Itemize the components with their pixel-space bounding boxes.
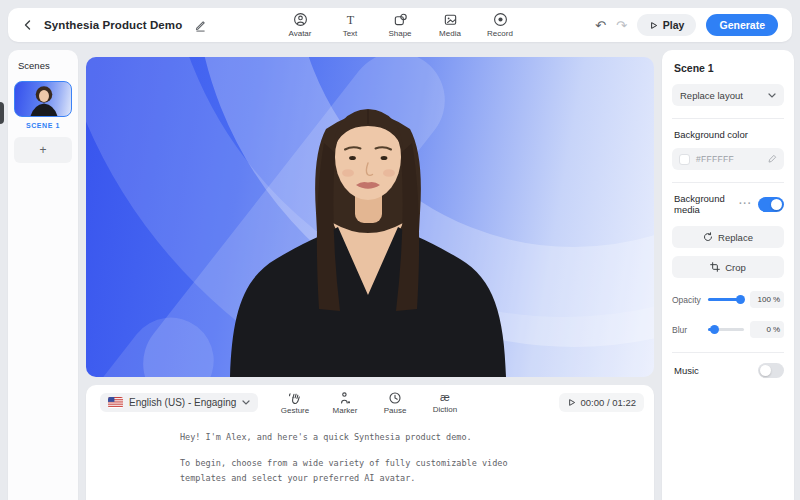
project-title: Synthesia Product Demo xyxy=(44,19,182,31)
video-canvas[interactable] xyxy=(86,57,654,377)
scenes-panel: Scenes SCENE 1 + xyxy=(8,50,78,500)
play-icon xyxy=(649,21,658,30)
play-button-label: Play xyxy=(663,19,685,31)
tool-media[interactable]: Media xyxy=(432,12,468,38)
tool-label: Text xyxy=(343,29,358,38)
add-scene-button[interactable]: + xyxy=(14,137,72,163)
opacity-unit: % xyxy=(773,295,780,304)
opacity-label: Opacity xyxy=(672,295,702,305)
undo-icon[interactable]: ↶ xyxy=(595,19,606,32)
toggle-knob xyxy=(771,199,782,210)
top-bar: Synthesia Product Demo Avatar T Text Sha… xyxy=(8,8,792,42)
svg-text:T: T xyxy=(346,13,354,27)
scenes-panel-title: Scenes xyxy=(18,60,72,71)
color-swatch xyxy=(679,154,690,165)
background-color-label: Background color xyxy=(674,129,784,140)
tool-record[interactable]: Record xyxy=(482,12,518,38)
action-label: Pause xyxy=(384,406,407,415)
marker-person-icon xyxy=(338,391,352,405)
gesture-hand-icon xyxy=(288,391,302,405)
blur-slider[interactable] xyxy=(708,328,744,331)
toggle-knob xyxy=(760,365,771,376)
scene-thumbnail-avatar xyxy=(15,82,72,117)
language-label: English (US) - Engaging xyxy=(129,397,236,408)
script-paragraph: To begin, choose from a wide variety of … xyxy=(180,456,514,486)
insert-toolbar: Avatar T Text Shape Media Record xyxy=(282,8,518,42)
rename-button[interactable] xyxy=(194,19,207,32)
scene-thumbnail-1[interactable] xyxy=(14,81,72,117)
chevron-down-icon xyxy=(768,93,776,98)
opacity-value: 100 xyxy=(758,295,771,304)
pencil-icon xyxy=(194,19,207,32)
script-panel: English (US) - Engaging Gesture Marker P… xyxy=(86,385,654,500)
us-flag-icon xyxy=(108,397,123,408)
tool-label: Record xyxy=(487,29,513,38)
tool-avatar[interactable]: Avatar xyxy=(282,12,318,38)
tool-text[interactable]: T Text xyxy=(332,12,368,38)
more-options-icon[interactable]: ··· xyxy=(739,199,752,209)
blur-value: 0 xyxy=(766,325,770,334)
blur-unit: % xyxy=(773,325,780,334)
chevron-left-icon xyxy=(22,19,34,31)
replace-button-label: Replace xyxy=(718,232,753,243)
record-icon xyxy=(493,12,508,27)
divider xyxy=(672,182,784,183)
color-value: #FFFFFF xyxy=(696,154,734,164)
script-actions: Gesture Marker Pause æ Diction xyxy=(278,391,462,415)
media-icon xyxy=(443,12,458,27)
opacity-slider[interactable] xyxy=(708,298,744,301)
avatar-icon xyxy=(293,12,308,27)
tool-label: Media xyxy=(439,29,461,38)
play-icon xyxy=(567,398,576,407)
blur-label: Blur xyxy=(672,325,702,335)
crop-icon xyxy=(710,262,720,272)
layout-select-value: Replace layout xyxy=(680,90,743,101)
action-label: Diction xyxy=(433,405,457,414)
background-color-input[interactable]: #FFFFFF xyxy=(672,148,784,170)
divider xyxy=(672,118,784,119)
shape-icon xyxy=(393,12,408,27)
generate-button[interactable]: Generate xyxy=(706,14,778,36)
music-toggle[interactable] xyxy=(758,363,784,378)
music-label: Music xyxy=(674,365,699,376)
tool-shape[interactable]: Shape xyxy=(382,12,418,38)
slider-thumb[interactable] xyxy=(736,295,745,304)
pause-button[interactable]: Pause xyxy=(378,391,412,415)
scene-label: SCENE 1 xyxy=(14,122,72,129)
slider-thumb[interactable] xyxy=(710,325,719,334)
inspector-scene-title: Scene 1 xyxy=(674,62,784,74)
clock-icon xyxy=(388,391,402,405)
text-icon: T xyxy=(343,12,358,27)
tool-label: Shape xyxy=(388,29,411,38)
script-paragraph: Hey! I'm Alex, and here's a quick Synthe… xyxy=(180,430,514,445)
diction-button[interactable]: æ Diction xyxy=(428,391,462,415)
divider xyxy=(672,352,784,353)
time-display: 00:00 / 01:22 xyxy=(581,397,636,408)
replace-media-button[interactable]: Replace xyxy=(672,226,784,248)
marker-button[interactable]: Marker xyxy=(328,391,362,415)
crop-media-button[interactable]: Crop xyxy=(672,256,784,278)
chevron-down-icon xyxy=(242,400,250,405)
blur-value-box[interactable]: 0 % xyxy=(750,321,784,338)
scene-inspector: Scene 1 Replace layout Background color … xyxy=(662,50,794,500)
crop-button-label: Crop xyxy=(725,262,746,273)
action-label: Gesture xyxy=(281,406,309,415)
ai-avatar[interactable] xyxy=(86,57,654,377)
panel-drag-handle[interactable] xyxy=(0,102,4,124)
eyedropper-icon[interactable] xyxy=(767,154,777,164)
tool-label: Avatar xyxy=(289,29,312,38)
diction-ae-icon: æ xyxy=(440,391,450,404)
opacity-value-box[interactable]: 100 % xyxy=(750,291,784,308)
background-media-toggle[interactable] xyxy=(758,197,784,212)
refresh-icon xyxy=(703,232,713,242)
gesture-button[interactable]: Gesture xyxy=(278,391,312,415)
language-selector[interactable]: English (US) - Engaging xyxy=(100,393,258,412)
redo-icon[interactable]: ↷ xyxy=(616,19,627,32)
preview-time-button[interactable]: 00:00 / 01:22 xyxy=(559,393,644,412)
action-label: Marker xyxy=(333,406,358,415)
play-button[interactable]: Play xyxy=(637,14,697,36)
background-media-label: Background media xyxy=(674,193,739,215)
script-editor[interactable]: Hey! I'm Alex, and here's a quick Synthe… xyxy=(86,430,654,486)
back-button[interactable] xyxy=(22,19,34,31)
layout-select[interactable]: Replace layout xyxy=(672,84,784,106)
